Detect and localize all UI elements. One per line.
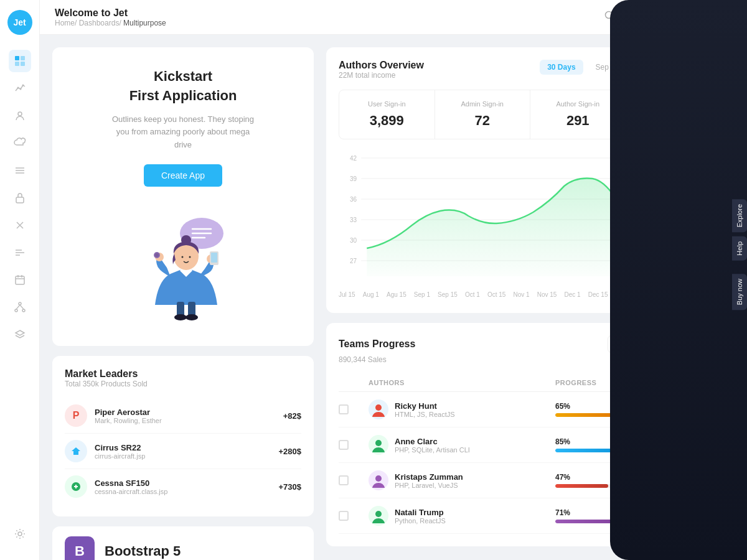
- author-info-anne: Anne Clarc PHP, SQLite, Artisan CLI: [395, 437, 470, 454]
- author-cell-anne: Anne Clarc PHP, SQLite, Artisan CLI: [369, 435, 550, 455]
- svg-point-4: [17, 87, 19, 89]
- progress-bar-fill-kristaps: [555, 484, 608, 488]
- market-leaders-card: Market Leaders Total 350k Products Sold …: [52, 356, 314, 516]
- cessna-logo: [65, 475, 87, 498]
- cessna-name: Cessna SF150: [95, 478, 278, 488]
- author-skills-kristaps: PHP, Laravel, VueJS: [395, 482, 463, 489]
- svg-rect-11: [16, 197, 24, 203]
- author-skills-ricky: HTML, JS, ReactJS: [395, 411, 455, 418]
- author-info-kristaps: Kristaps Zumman PHP, Laravel, VueJS: [395, 472, 463, 489]
- sidebar-item-layers[interactable]: [9, 324, 31, 346]
- svg-line-25: [20, 305, 24, 309]
- sidebar-item-calendar[interactable]: [9, 269, 31, 291]
- stat-admin-signin-label: Admin Sign-in: [445, 100, 520, 108]
- author-avatar-anne: [369, 435, 388, 455]
- explore-tab[interactable]: Explore: [732, 199, 747, 232]
- sidebar-item-settings[interactable]: [9, 523, 31, 545]
- sidebar-item-list[interactable]: [9, 159, 31, 182]
- market-item-cirrus: Cirrus SR22 cirrus-aircraft.jsp +280$: [65, 434, 301, 469]
- author-skills-natali: Python, ReactJS: [395, 517, 446, 525]
- dark-overlay: [610, 0, 747, 560]
- authors-subtitle: 22M total income: [339, 71, 424, 80]
- svg-rect-2: [15, 62, 19, 66]
- bootstrap-label: Bootstrap 5: [105, 543, 181, 559]
- sidebar-item-cloud[interactable]: [9, 132, 31, 154]
- svg-rect-50: [211, 253, 217, 263]
- create-app-button[interactable]: Create App: [144, 164, 222, 187]
- author-name-anne: Anne Clarc: [395, 437, 470, 446]
- svg-point-79: [375, 475, 382, 482]
- author-info-natali: Natali Trump Python, ReactJS: [395, 508, 446, 525]
- piper-logo: P: [65, 404, 87, 427]
- col-check: [339, 379, 364, 386]
- svg-text:27: 27: [350, 258, 357, 265]
- tab-30days[interactable]: 30 Days: [540, 60, 583, 75]
- bootstrap-banner: B Bootstrap 5: [52, 526, 314, 560]
- svg-text:42: 42: [350, 155, 357, 162]
- cirrus-info: Cirrus SR22 cirrus-aircraft.jsp: [95, 443, 278, 460]
- row-checkbox-2[interactable]: [339, 440, 349, 450]
- market-leaders-title: Market Leaders: [65, 368, 301, 380]
- cessna-desc: cessna-aircraft.class.jsp: [95, 488, 278, 495]
- author-cell-ricky: Ricky Hunt HTML, JS, ReactJS: [369, 399, 550, 419]
- buynow-tab[interactable]: Buy now: [732, 274, 747, 310]
- stat-user-signin: User Sign-in 3,899: [339, 90, 435, 139]
- row-checkbox-4[interactable]: [339, 511, 349, 521]
- svg-point-53: [155, 253, 159, 257]
- sidebar-item-close[interactable]: [9, 214, 31, 236]
- svg-point-45: [181, 235, 191, 245]
- left-panel: KickstartFirst Application Outlines keep…: [40, 35, 326, 560]
- svg-point-57: [186, 314, 198, 320]
- svg-point-26: [18, 532, 22, 536]
- sidebar-logo[interactable]: Jet: [7, 10, 32, 35]
- authors-title: Authors Overview: [339, 60, 424, 71]
- svg-point-21: [19, 302, 21, 305]
- stat-admin-signin: Admin Sign-in 72: [435, 90, 531, 139]
- cessna-value: +730$: [278, 482, 301, 492]
- sidebar-item-menu[interactable]: [9, 241, 31, 264]
- row-checkbox-3[interactable]: [339, 475, 349, 485]
- cirrus-value: +280$: [278, 447, 301, 456]
- stat-user-signin-label: User Sign-in: [349, 100, 425, 108]
- header-title: Welcome to Jet: [55, 7, 166, 19]
- cirrus-logo: [65, 440, 87, 462]
- svg-point-5: [19, 88, 21, 90]
- piper-name: Piper Aerostar: [95, 408, 283, 417]
- author-skills-anne: PHP, SQLite, Artisan CLI: [395, 446, 470, 454]
- svg-point-56: [174, 314, 187, 320]
- authors-title-group: Authors Overview 22M total income: [339, 60, 424, 80]
- svg-point-75: [375, 404, 382, 411]
- svg-text:39: 39: [350, 175, 357, 183]
- cirrus-name: Cirrus SR22: [95, 443, 278, 452]
- svg-point-47: [189, 256, 191, 258]
- kickstart-description: Outlines keep you honest. They stoping y…: [108, 113, 258, 152]
- market-item-piper: P Piper Aerostar Mark, Rowling, Esther +…: [65, 398, 301, 434]
- help-tab[interactable]: Help: [732, 236, 747, 261]
- breadcrumb: Home/ Dashboards/ Multipurpose: [55, 19, 166, 27]
- market-item-cessna: Cessna SF150 cessna-aircraft.class.jsp +…: [65, 469, 301, 504]
- author-cell-natali: Natali Trump Python, ReactJS: [369, 506, 550, 526]
- svg-text:36: 36: [350, 196, 357, 203]
- sidebar-item-nodes[interactable]: [9, 296, 31, 319]
- author-cell-kristaps: Kristaps Zumman PHP, Laravel, VueJS: [369, 470, 550, 490]
- svg-text:30: 30: [350, 237, 357, 245]
- svg-point-23: [22, 309, 25, 312]
- sidebar-item-user[interactable]: [9, 105, 31, 127]
- svg-point-46: [182, 256, 184, 258]
- piper-desc: Mark, Rowling, Esther: [95, 417, 283, 424]
- row-checkbox-1[interactable]: [339, 404, 349, 414]
- market-leaders-subtitle: Total 350k Products Sold: [65, 380, 301, 388]
- author-info-ricky: Ricky Hunt HTML, JS, ReactJS: [395, 401, 455, 418]
- bootstrap-icon: B: [65, 536, 95, 560]
- col-authors: AUTHORS: [369, 379, 550, 386]
- cessna-info: Cessna SF150 cessna-aircraft.class.jsp: [95, 478, 278, 495]
- author-name-ricky: Ricky Hunt: [395, 401, 455, 411]
- sidebar-item-grid[interactable]: [9, 50, 31, 72]
- author-avatar-kristaps: [369, 470, 388, 490]
- author-avatar-natali: [369, 506, 388, 526]
- sidebar-item-lock[interactable]: [9, 187, 31, 209]
- svg-line-24: [16, 305, 20, 309]
- svg-rect-17: [16, 276, 24, 284]
- piper-info: Piper Aerostar Mark, Rowling, Esther: [95, 408, 283, 424]
- sidebar-item-chart[interactable]: [9, 77, 31, 100]
